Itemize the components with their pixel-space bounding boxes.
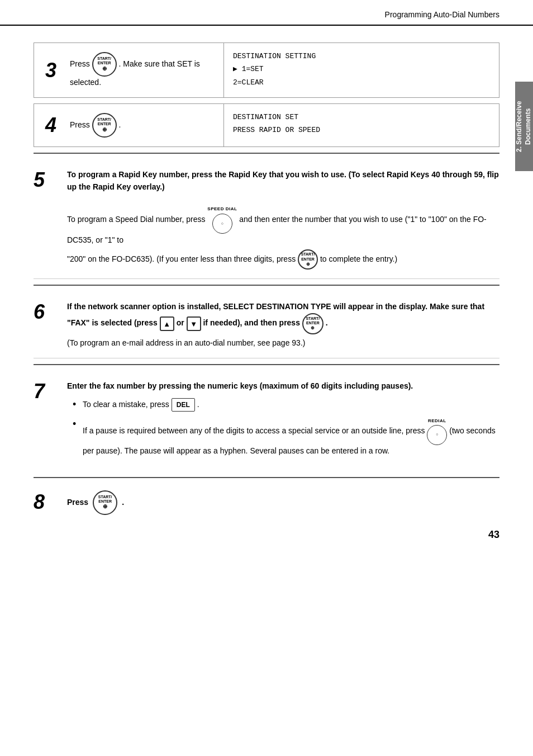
side-tab: 2. Send/Receive Documents xyxy=(515,82,533,171)
side-tab-text: 2. Send/Receive Documents xyxy=(515,87,532,166)
step7-bullet2: • If a pause is required between any of … xyxy=(73,418,499,457)
step5-number: 5 xyxy=(34,168,59,270)
step8-body: Press START/ENTER ⊕ . xyxy=(67,490,499,515)
header-title: Programming Auto-Dial Numbers xyxy=(385,10,499,19)
triangle-down-button[interactable]: ▼ xyxy=(187,316,201,331)
step4-left: 4 Press START/ENTER ⊕ . xyxy=(34,104,224,147)
start-enter-button-5[interactable]: START/ENTER ⊕ xyxy=(298,249,318,270)
step7-bullet2-text: If a pause is required between any of th… xyxy=(83,418,499,457)
start-enter-button-8[interactable]: START/ENTER ⊕ xyxy=(93,490,117,515)
step3-left: 3 Press START/ENTER ⊕ . Make sure that S… xyxy=(34,43,224,97)
step7-bullet1-text: To clear a mistake, press DEL . xyxy=(83,398,499,412)
step4-lcd-line1: DESTINATION SET xyxy=(233,111,490,124)
step4-lcd-line2: PRESS RAPID OR SPEED xyxy=(233,124,490,136)
step7-bullets: • To clear a mistake, press DEL . • If a… xyxy=(67,398,499,457)
step3-row: 3 Press START/ENTER ⊕ . Make sure that S… xyxy=(34,42,499,98)
divider-after-step5 xyxy=(34,285,499,286)
step3-text: Press START/ENTER ⊕ . Make sure that SET… xyxy=(70,52,215,88)
step7-number: 7 xyxy=(34,380,59,462)
main-content: 2. Send/Receive Documents 3 Press START/… xyxy=(0,37,533,552)
divider-after-step7 xyxy=(34,477,499,478)
bullet-dot-2: • xyxy=(73,417,83,432)
divider-after-step4 xyxy=(34,153,499,154)
step3-lcd-line1: DESTINATION SETTING xyxy=(233,50,490,63)
step4-number: 4 xyxy=(45,114,62,137)
page-number: 43 xyxy=(488,529,499,541)
step6-para2: (To program an e-mail address in an auto… xyxy=(67,337,499,349)
step3-lcd: DESTINATION SETTING ▶ 1=SET 2=CLEAR xyxy=(224,43,499,97)
step4-text: Press START/ENTER ⊕ . xyxy=(70,113,121,138)
redial-button[interactable]: ○ xyxy=(427,425,447,445)
step6-section: 6 If the network scanner option is insta… xyxy=(34,291,499,358)
step5-body: To program a Rapid Key number, press the… xyxy=(67,168,499,270)
page-header: Programming Auto-Dial Numbers xyxy=(0,0,533,26)
step5-para3: "200" on the FO-DC635). (If you enter le… xyxy=(67,249,499,270)
step8-number: 8 xyxy=(34,490,59,515)
step4-row: 4 Press START/ENTER ⊕ . DESTINATION SET … xyxy=(34,103,499,147)
step8-section: 8 Press START/ENTER ⊕ . xyxy=(34,484,499,524)
step3-section: 3 Press START/ENTER ⊕ . Make sure that S… xyxy=(34,42,499,98)
step6-body: If the network scanner option is install… xyxy=(67,300,499,349)
step3-lcd-line3: 2=CLEAR xyxy=(233,76,490,89)
step7-para1: Enter the fax number by pressing the num… xyxy=(67,380,499,392)
step3-lcd-line2: ▶ 1=SET xyxy=(233,63,490,75)
start-enter-button-6[interactable]: START/ENTER ⊕ xyxy=(302,313,323,334)
bullet-dot-1: • xyxy=(73,397,83,412)
step6-para1: If the network scanner option is install… xyxy=(67,300,499,334)
redial-btn-wrap: REDIAL ○ xyxy=(427,418,447,445)
step4-lcd: DESTINATION SET PRESS RAPID OR SPEED xyxy=(224,104,499,147)
speed-dial-button[interactable]: ○ xyxy=(212,214,232,234)
speed-dial-btn-wrap: SPEED DIAL ○ xyxy=(207,206,237,234)
divider-after-step6 xyxy=(34,364,499,365)
step5-para1: To program a Rapid Key number, press the… xyxy=(67,168,499,193)
step4-section: 4 Press START/ENTER ⊕ . DESTINATION SET … xyxy=(34,103,499,147)
step6-number: 6 xyxy=(34,300,59,349)
step7-body: Enter the fax number by pressing the num… xyxy=(67,380,499,462)
step3-number: 3 xyxy=(45,59,62,82)
triangle-up-button[interactable]: ▲ xyxy=(160,316,174,331)
start-enter-button-3[interactable]: START/ENTER ⊕ xyxy=(92,52,117,77)
start-enter-button-4[interactable]: START/ENTER ⊕ xyxy=(92,113,117,138)
step5-para2: To program a Speed Dial number, press SP… xyxy=(67,206,499,246)
step7-section: 7 Enter the fax number by pressing the n… xyxy=(34,371,499,471)
step7-bullet1: • To clear a mistake, press DEL . xyxy=(73,398,499,412)
del-button[interactable]: DEL xyxy=(172,398,195,412)
step5-section: 5 To program a Rapid Key number, press t… xyxy=(34,159,499,279)
